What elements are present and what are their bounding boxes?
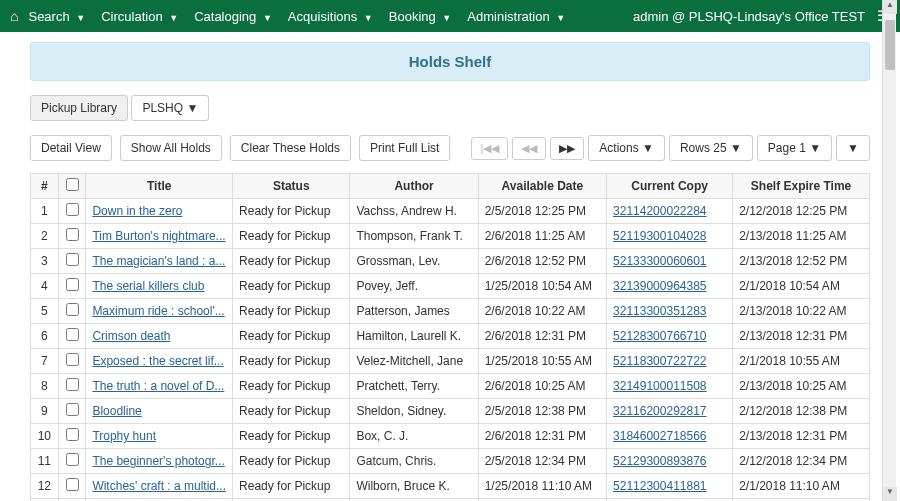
copy-link[interactable]: 52118300722722 xyxy=(613,354,706,368)
title-link[interactable]: Tim Burton's nightmare... xyxy=(92,229,225,243)
toolbar: Detail View Show All Holds Clear These H… xyxy=(30,135,870,161)
chevron-down-icon: ▼ xyxy=(809,141,821,155)
select-all-checkbox[interactable] xyxy=(66,178,79,191)
row-checkbox[interactable] xyxy=(66,253,79,266)
row-checkbox[interactable] xyxy=(66,403,79,416)
row-checkbox[interactable] xyxy=(66,228,79,241)
copy-link[interactable]: 52112300411881 xyxy=(613,479,706,493)
page-dropdown[interactable]: Page 1 ▼ xyxy=(757,135,832,161)
row-checkbox[interactable] xyxy=(66,278,79,291)
chevron-down-icon: ▼ xyxy=(169,13,178,23)
expire-cell: 2/12/2018 12:25 PM xyxy=(733,199,870,224)
status-cell: Ready for Pickup xyxy=(233,274,350,299)
title-link[interactable]: The serial killers club xyxy=(92,279,204,293)
row-number: 1 xyxy=(31,199,59,224)
expire-cell: 2/13/2018 12:31 PM xyxy=(733,324,870,349)
title-link[interactable]: Bloodline xyxy=(92,404,141,418)
row-checkbox[interactable] xyxy=(66,378,79,391)
row-number: 8 xyxy=(31,374,59,399)
column-picker-button[interactable]: ▼ xyxy=(836,135,870,161)
title-link[interactable]: Witches' craft : a multid... xyxy=(92,479,226,493)
pickup-library-label: Pickup Library xyxy=(30,95,128,121)
available-date-cell: 1/25/2018 11:10 AM xyxy=(478,474,606,499)
first-page-button[interactable]: |◀◀ xyxy=(471,137,508,160)
nav-administration[interactable]: Administration ▼ xyxy=(467,9,565,24)
copy-link[interactable]: 32114200022284 xyxy=(613,204,706,218)
available-date-cell: 2/6/2018 11:25 AM xyxy=(478,224,606,249)
print-full-list-button[interactable]: Print Full List xyxy=(359,135,450,161)
available-date-cell: 1/25/2018 10:54 AM xyxy=(478,274,606,299)
status-cell: Ready for Pickup xyxy=(233,299,350,324)
row-number: 4 xyxy=(31,274,59,299)
copy-link[interactable]: 32116200292817 xyxy=(613,404,706,418)
vertical-scrollbar[interactable]: ▲ ▼ xyxy=(882,0,896,501)
author-cell: Wilborn, Bruce K. xyxy=(350,474,478,499)
detail-view-button[interactable]: Detail View xyxy=(30,135,112,161)
copy-link[interactable]: 31846002718566 xyxy=(613,429,706,443)
title-link[interactable]: The magician's land : a... xyxy=(92,254,225,268)
col-shelf-expire[interactable]: Shelf Expire Time xyxy=(733,174,870,199)
row-number: 2 xyxy=(31,224,59,249)
title-link[interactable]: Exposed : the secret lif... xyxy=(92,354,223,368)
prev-page-button[interactable]: ◀◀ xyxy=(512,137,546,160)
row-checkbox[interactable] xyxy=(66,453,79,466)
row-checkbox[interactable] xyxy=(66,328,79,341)
col-status[interactable]: Status xyxy=(233,174,350,199)
col-title[interactable]: Title xyxy=(86,174,233,199)
page-label: Page 1 xyxy=(768,141,806,155)
status-cell: Ready for Pickup xyxy=(233,249,350,274)
copy-link[interactable]: 32113300351283 xyxy=(613,304,706,318)
copy-link[interactable]: 52119300104028 xyxy=(613,229,706,243)
table-row: 5Maximum ride : school'...Ready for Pick… xyxy=(31,299,870,324)
col-select-all[interactable] xyxy=(58,174,86,199)
title-link[interactable]: The beginner's photogr... xyxy=(92,454,224,468)
row-checkbox[interactable] xyxy=(66,478,79,491)
chevron-down-icon: ▼ xyxy=(556,13,565,23)
table-row: 7Exposed : the secret lif...Ready for Pi… xyxy=(31,349,870,374)
row-number: 7 xyxy=(31,349,59,374)
chevron-down-icon: ▼ xyxy=(263,13,272,23)
scroll-up-arrow[interactable]: ▲ xyxy=(883,0,897,14)
home-icon[interactable]: ⌂ xyxy=(10,8,18,24)
page-title: Holds Shelf xyxy=(30,42,870,81)
col-current-copy[interactable]: Current Copy xyxy=(607,174,733,199)
nav-acquisitions[interactable]: Acquisitions ▼ xyxy=(288,9,373,24)
copy-link[interactable]: 52129300893876 xyxy=(613,454,706,468)
copy-link[interactable]: 52133300060601 xyxy=(613,254,706,268)
scroll-thumb[interactable] xyxy=(885,20,895,70)
expire-cell: 2/13/2018 10:22 AM xyxy=(733,299,870,324)
table-row: 3The magician's land : a...Ready for Pic… xyxy=(31,249,870,274)
copy-link[interactable]: 32149100011508 xyxy=(613,379,706,393)
show-all-holds-button[interactable]: Show All Holds xyxy=(120,135,222,161)
available-date-cell: 2/6/2018 12:31 PM xyxy=(478,424,606,449)
nav-search[interactable]: Search ▼ xyxy=(28,9,85,24)
table-row: 9BloodlineReady for PickupSheldon, Sidne… xyxy=(31,399,870,424)
status-cell: Ready for Pickup xyxy=(233,399,350,424)
row-checkbox[interactable] xyxy=(66,428,79,441)
nav-cataloging[interactable]: Cataloging ▼ xyxy=(194,9,272,24)
col-author[interactable]: Author xyxy=(350,174,478,199)
rows-dropdown[interactable]: Rows 25 ▼ xyxy=(669,135,753,161)
title-link[interactable]: Down in the zero xyxy=(92,204,182,218)
table-row: 8The truth : a novel of D...Ready for Pi… xyxy=(31,374,870,399)
col-available-date[interactable]: Available Date xyxy=(478,174,606,199)
expire-cell: 2/13/2018 12:52 PM xyxy=(733,249,870,274)
clear-holds-button[interactable]: Clear These Holds xyxy=(230,135,351,161)
next-page-button[interactable]: ▶▶ xyxy=(550,137,584,160)
expire-cell: 2/1/2018 10:54 AM xyxy=(733,274,870,299)
row-checkbox[interactable] xyxy=(66,203,79,216)
nav-booking[interactable]: Booking ▼ xyxy=(389,9,452,24)
nav-circulation[interactable]: Circulation ▼ xyxy=(101,9,178,24)
title-link[interactable]: Maximum ride : school'... xyxy=(92,304,224,318)
copy-link[interactable]: 52128300766710 xyxy=(613,329,706,343)
col-num[interactable]: # xyxy=(31,174,59,199)
title-link[interactable]: Crimson death xyxy=(92,329,170,343)
copy-link[interactable]: 32139000964385 xyxy=(613,279,706,293)
scroll-down-arrow[interactable]: ▼ xyxy=(883,487,897,501)
actions-dropdown[interactable]: Actions ▼ xyxy=(588,135,665,161)
row-checkbox[interactable] xyxy=(66,303,79,316)
title-link[interactable]: The truth : a novel of D... xyxy=(92,379,224,393)
pickup-library-select[interactable]: PLSHQ ▼ xyxy=(131,95,209,121)
title-link[interactable]: Trophy hunt xyxy=(92,429,156,443)
row-checkbox[interactable] xyxy=(66,353,79,366)
